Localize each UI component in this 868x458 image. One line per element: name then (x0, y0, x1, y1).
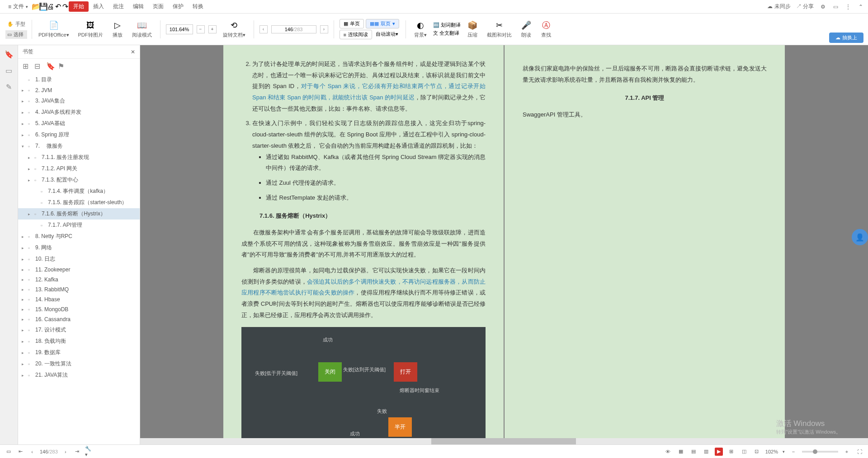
prev-page-icon[interactable]: ‹ (28, 448, 36, 456)
outline-rail-icon[interactable]: ✎ (5, 82, 14, 91)
bookmark-item[interactable]: ▸▫21. JAVA算法 (18, 369, 140, 381)
bookmark-item[interactable]: ▸▫14. Hbase (18, 294, 140, 304)
share-button[interactable]: ↗ 分享 (796, 3, 814, 10)
screenshot-compare[interactable]: ✂截图和对比 (484, 20, 514, 38)
bookmark-item[interactable]: ▸▫5. JAVA基础 (18, 118, 140, 129)
bookmark-item[interactable]: ▸▫7.1.3. 配置中心 (18, 174, 140, 186)
bookmark-item[interactable]: ▫7.1.4. 事件调度（kafka） (18, 186, 140, 197)
single-page[interactable]: ▦ 单页 (340, 19, 364, 28)
close-panel-icon[interactable]: ✕ (131, 49, 135, 55)
bookmark-item[interactable]: ▸▫8. Netty 与RPC (18, 231, 140, 242)
view7-icon[interactable]: ⊡ (753, 448, 761, 456)
bookmark-item[interactable]: ▸▫20. 一致性算法 (18, 358, 140, 369)
bookmark-item[interactable]: ▸▫4. JAVA多线程并发 (18, 107, 140, 118)
compress[interactable]: 📦压缩 (464, 20, 481, 38)
bookmark-rail-icon[interactable]: 🔖 (5, 50, 14, 59)
bookmark-item[interactable]: ▸▫12. Kafka (18, 275, 140, 285)
zoom-in-icon[interactable]: + (843, 448, 851, 456)
bookmark-item[interactable]: ▸▫10. 日志 (18, 253, 140, 265)
tools-icon[interactable]: 🔧▾ (85, 448, 93, 456)
collapse-icon[interactable]: ⌃ (857, 3, 864, 10)
find[interactable]: Ⓐ查找 (538, 20, 554, 38)
bookmark-item[interactable]: ▸▫19. 数据库 (18, 347, 140, 358)
gear-icon[interactable]: ⚙ (819, 3, 826, 10)
zoom-out-icon[interactable]: − (789, 448, 797, 456)
menu-page[interactable]: 页面 (148, 3, 168, 10)
bookmark-item[interactable]: ▸▫6. Spring 原理 (18, 129, 140, 140)
bookmark-item[interactable]: ▸▫3. JAVA集合 (18, 95, 140, 107)
float-assistant-icon[interactable]: 👤 (852, 229, 868, 245)
bookmark-item[interactable]: ▸▫18. 负载均衡 (18, 336, 140, 347)
view1-icon[interactable]: ▦ (677, 448, 685, 456)
save-icon[interactable]: 💾 (40, 3, 47, 10)
menu-file[interactable]: ≡文件▾ (4, 3, 33, 10)
view3-icon[interactable]: ▥ (702, 448, 710, 456)
eye-icon[interactable]: 👁 (664, 448, 672, 456)
first-page-icon[interactable]: ⇤ (16, 448, 24, 456)
bookmark-item[interactable]: ▸▫7.1.6. 服务熔断（Hystrix） (18, 208, 140, 220)
bookmark-item[interactable]: ▾▫7. 微服务 (18, 140, 140, 152)
sync-status[interactable]: ☁ 未同步 (767, 3, 790, 10)
pdf-to-office[interactable]: 📄PDF转Office▾ (36, 20, 72, 38)
fullscreen-icon[interactable]: ⛶ (855, 448, 863, 456)
play-button[interactable]: ▷播放 (109, 20, 126, 38)
bookmark-item[interactable]: ▸▫11. Zookeeper (18, 265, 140, 275)
rotate-doc[interactable]: ⟲旋转文档▾ (220, 20, 248, 38)
bookmark-item[interactable]: ▸▫7.1.2. API 网关 (18, 163, 140, 174)
continuous-read[interactable]: ≡ 连续阅读 (340, 30, 372, 39)
bookmark-flag-icon[interactable]: ⚑ (58, 62, 65, 69)
bookmark-item[interactable]: ▫1. 目录 (18, 74, 140, 85)
window-icon[interactable]: ▭ (832, 3, 839, 10)
thumbnail-rail-icon[interactable]: ▭ (5, 66, 14, 75)
view6-icon[interactable]: ◫ (740, 448, 748, 456)
menu-protect[interactable]: 保护 (168, 3, 188, 10)
menu-annotate[interactable]: 批注 (108, 3, 128, 10)
zoom-out[interactable]: − (197, 25, 205, 33)
bookmark-item[interactable]: ▸▫15. MongoDB (18, 304, 140, 314)
word-translate[interactable]: 🔤 划词翻译 (433, 22, 461, 28)
zoom-in[interactable]: + (208, 25, 217, 33)
menu-convert[interactable]: 转换 (188, 3, 208, 10)
swap-button[interactable]: ☁ 抽换上 (829, 33, 863, 43)
zoom-slider[interactable] (802, 451, 838, 453)
bookmark-item[interactable]: ▸▫17. 设计模式 (18, 324, 140, 336)
bookmark-item[interactable]: ▸▫16. Cassandra (18, 314, 140, 324)
zoom-input[interactable] (166, 24, 193, 34)
document-viewer[interactable]: 为了统计各处理单元的时间延迟，当请求达到各个服务组件时，或是处理逻辑到达某个状态… (140, 45, 868, 444)
bookmark-item[interactable]: ▫7.1.5. 服务跟踪（starter-sleuth） (18, 197, 140, 208)
reading-mode[interactable]: 📖阅读模式 (129, 20, 155, 38)
read-aloud[interactable]: 🎤朗读 (518, 20, 534, 38)
more-icon[interactable]: ⋮ (844, 3, 852, 10)
menu-start[interactable]: 开始 (69, 1, 89, 12)
hand-tool[interactable]: ✋ 手型 (5, 20, 27, 28)
view4-icon[interactable]: ▶ (715, 448, 723, 456)
bookmark-item[interactable]: ▸▫2. JVM (18, 85, 140, 95)
pdf-to-image[interactable]: 🖼PDF转图片 (75, 20, 106, 38)
select-tool[interactable]: ▭ 选择 (5, 30, 27, 39)
undo-icon[interactable]: ↶ (54, 3, 61, 10)
view5-icon[interactable]: ⊞ (727, 448, 736, 456)
bookmark-item[interactable]: ▸▫7.1.1. 服务注册发现 (18, 152, 140, 163)
horizontal-scrollbar[interactable] (140, 438, 868, 444)
prev-page[interactable]: ‹ (259, 25, 268, 33)
double-page[interactable]: ▦▦ 双页 ▾ (366, 19, 399, 28)
bookmark-item[interactable]: ▸▫9. 网络 (18, 242, 140, 253)
bookmark-add-icon[interactable]: 🔖 (46, 62, 53, 69)
sidebar-toggle-icon[interactable]: ▭ (5, 448, 13, 456)
menu-edit[interactable]: 编辑 (128, 3, 148, 10)
menu-insert[interactable]: 插入 (89, 3, 108, 10)
zoom-label[interactable]: 102% (765, 449, 778, 454)
auto-scroll[interactable]: 自动滚动▾ (374, 30, 400, 39)
bookmark-item[interactable]: ▸▫13. RabbitMQ (18, 285, 140, 294)
full-translate[interactable]: 文 全文翻译 (433, 30, 461, 37)
page-indicator[interactable]: 146/283 (40, 449, 58, 454)
page-input[interactable]: 146/283 (271, 25, 316, 33)
next-page-icon[interactable]: › (61, 448, 70, 456)
collapse-all-icon[interactable]: ⊟ (34, 62, 42, 69)
last-page-icon[interactable]: ⇥ (73, 448, 81, 456)
expand-all-icon[interactable]: ⊞ (23, 62, 30, 69)
next-page[interactable]: › (320, 25, 328, 33)
bookmark-item[interactable]: ▫7.1.7. API管理 (18, 220, 140, 231)
background[interactable]: ◐背景▾ (411, 20, 429, 38)
print-icon[interactable]: 🖨 (47, 3, 54, 10)
